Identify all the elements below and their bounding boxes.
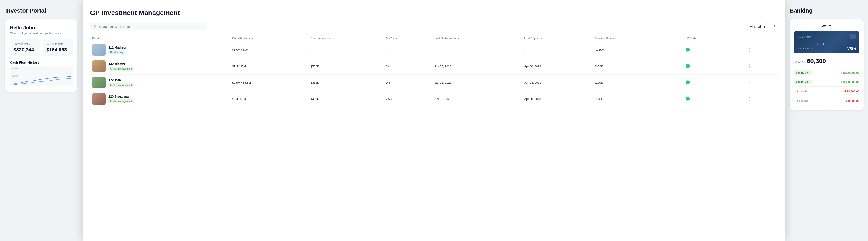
portfolio-value: $820,344 xyxy=(13,47,36,53)
banking-title: Banking xyxy=(789,7,864,14)
transaction-label: Distribution xyxy=(794,99,812,103)
hello-subtitle: Check out your investment performance xyxy=(10,32,73,35)
balance-value: 60,300 xyxy=(807,58,826,65)
col-coc[interactable]: CoC% ▼ xyxy=(383,35,432,42)
row-more-icon[interactable]: ⋮ xyxy=(746,79,753,86)
transaction-item: Distribution -$50,300.00 xyxy=(794,96,860,106)
col-last-distribution[interactable]: Last Distribution ▼ xyxy=(432,35,522,42)
deal-name: 130 5th Ave xyxy=(108,62,134,66)
deal-distributions: $318K xyxy=(308,74,383,91)
deal-details-cell: 130 5th Ave Under management xyxy=(90,58,230,74)
investor-card: Hello John, Check out your investment pe… xyxy=(5,20,78,92)
portfolio-value-box: Portfolio Value $820,344 xyxy=(10,39,40,56)
deal-info: 130 5th Ave Under management xyxy=(92,60,228,72)
deal-distributions: $450K xyxy=(308,91,383,107)
right-panel: Banking Wallet covercy .... .... .... 25… xyxy=(785,0,868,241)
table-row[interactable]: 220 Broadway Under management $3M / $3M … xyxy=(90,91,778,107)
deal-coc: 8% xyxy=(383,58,432,74)
sort-distributions-icon: ▼ xyxy=(329,37,331,40)
deals-table: Details Contributions ▲ Distributions ▼ … xyxy=(90,35,778,107)
all-deals-filter[interactable]: All Deals ▾ xyxy=(747,23,768,30)
row-more-icon[interactable]: ⋮ xyxy=(746,96,753,102)
deal-text: 111 Madison Fundraising xyxy=(108,46,127,55)
return-box: Return to date $164,068 xyxy=(43,39,73,56)
deal-row-more[interactable]: ⋮ xyxy=(744,74,778,91)
card-network: VISA xyxy=(847,47,856,51)
card-chip xyxy=(850,34,856,39)
transaction-list: Capital Call + $250,600.00 Capital Call … xyxy=(794,68,860,106)
deal-image xyxy=(92,44,106,56)
table-row[interactable]: 111 Madison Fundraising $4.5M / $6M - - … xyxy=(90,42,778,58)
deal-coc: 7.5% xyxy=(383,91,432,107)
deal-badge: Under management xyxy=(108,99,134,103)
col-lp-portal[interactable]: LP Portal ▼ xyxy=(683,35,744,42)
deal-details-cell: 111 Madison Fundraising xyxy=(90,42,230,58)
deal-account-balance: $126K xyxy=(592,91,683,107)
deal-account-balance: $352K xyxy=(592,58,683,74)
metrics-row: Portfolio Value $820,344 Return to date … xyxy=(10,39,73,56)
deal-badge: Under management xyxy=(108,83,134,87)
col-distributions[interactable]: Distributions ▼ xyxy=(308,35,383,42)
search-box[interactable] xyxy=(90,23,207,30)
sort-lastreport-icon: ▼ xyxy=(541,37,543,40)
col-account-balance[interactable]: Account Balance ▼ xyxy=(592,35,683,42)
deal-row-more[interactable]: ⋮ xyxy=(744,58,778,74)
balance-row: Balance 60,300 xyxy=(794,58,860,65)
deal-lp-portal xyxy=(683,58,744,74)
transaction-item: Capital Call + $250,600.00 xyxy=(794,68,860,77)
deal-contributions: $4.5M / $6M xyxy=(230,42,308,58)
deal-image xyxy=(92,93,106,105)
svg-line-1 xyxy=(96,27,96,28)
deal-text: 172 15th Under management xyxy=(108,78,134,87)
center-title: GP Investment Management xyxy=(90,9,778,16)
deal-coc: - xyxy=(383,42,432,58)
deal-lp-portal xyxy=(683,42,744,58)
wallet-title: Wallet xyxy=(794,24,860,28)
transaction-label: Distribution xyxy=(794,89,812,94)
return-value: $164,068 xyxy=(46,47,69,53)
deal-info: 172 15th Under management xyxy=(92,77,228,89)
cash-flow-title: Cash Flow History xyxy=(10,60,73,64)
deal-name: 172 15th xyxy=(108,78,134,82)
transaction-amount: -$24,900.00 xyxy=(844,90,860,93)
more-options-button[interactable]: ⋮ xyxy=(771,23,778,30)
row-more-icon[interactable]: ⋮ xyxy=(746,47,753,53)
chevron-down-icon: ▾ xyxy=(764,25,765,28)
deal-text: 130 5th Ave Under management xyxy=(108,62,134,71)
lp-portal-dot xyxy=(686,64,690,68)
deal-image xyxy=(92,60,106,72)
col-last-report[interactable]: Last Report ▼ xyxy=(522,35,592,42)
deal-distributions: $560K xyxy=(308,58,383,74)
row-more-icon[interactable]: ⋮ xyxy=(746,63,753,69)
deal-name: 220 Broadway xyxy=(108,95,134,98)
transaction-label: Capital Call xyxy=(794,70,812,75)
deal-last-report: Apr 30, 2023 xyxy=(522,91,592,107)
all-deals-label: All Deals xyxy=(750,25,762,28)
deal-text: 220 Broadway Under management xyxy=(108,95,134,103)
search-input[interactable] xyxy=(98,25,203,28)
deal-last-distribution: Apr 30, 2023 xyxy=(432,58,522,74)
deal-lp-portal xyxy=(683,74,744,91)
col-details[interactable]: Details xyxy=(90,35,230,42)
sort-lastdist-icon: ▼ xyxy=(458,37,460,40)
chart-svg xyxy=(12,72,71,86)
table-row[interactable]: 130 5th Ave Under management $7M / $7M $… xyxy=(90,58,778,74)
deal-last-distribution: Jan 31, 2023 xyxy=(432,74,522,91)
table-row[interactable]: 172 15th Under management $3.5M / $3.5M … xyxy=(90,74,778,91)
sort-lp-icon: ▼ xyxy=(699,37,701,40)
deal-account-balance: $189K xyxy=(592,74,683,91)
deal-row-more[interactable]: ⋮ xyxy=(744,91,778,107)
deal-contributions: $7M / $7M xyxy=(230,58,308,74)
col-contributions[interactable]: Contributions ▲ xyxy=(230,35,308,42)
transaction-amount: -$50,300.00 xyxy=(844,99,860,103)
transaction-amount: + $300,000.00 xyxy=(841,80,860,84)
portfolio-label: Portfolio Value xyxy=(13,42,36,46)
deal-image xyxy=(92,77,106,89)
return-label: Return to date xyxy=(46,42,69,46)
chart-label-300: $300 k xyxy=(12,67,18,70)
card-brand: covercy xyxy=(798,35,856,38)
balance-label: Balance xyxy=(794,60,805,64)
deal-last-report: - xyxy=(522,42,592,58)
deal-distributions: - xyxy=(308,42,383,58)
deal-row-more[interactable]: ⋮ xyxy=(744,42,778,58)
